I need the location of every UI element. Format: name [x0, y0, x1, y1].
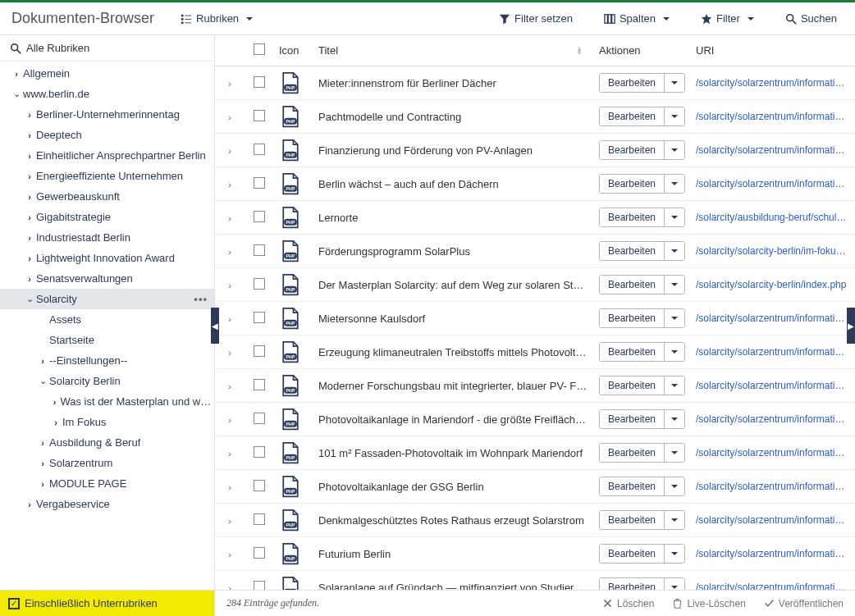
- row-uri-link[interactable]: /solarcity/solarzentrum/information/anw: [696, 111, 850, 122]
- filter-set-button[interactable]: Filter setzen: [492, 9, 579, 28]
- spalten-button[interactable]: Spalten: [597, 9, 676, 28]
- row-expander[interactable]: ›: [228, 348, 231, 358]
- row-expander[interactable]: ›: [228, 180, 231, 189]
- tree-item[interactable]: ›Lightweight Innovation Award: [0, 248, 214, 268]
- chevron-right-icon[interactable]: ›: [23, 130, 36, 140]
- row-expander[interactable]: ›: [228, 146, 231, 156]
- row-uri-link[interactable]: /solarcity/solarcity-berlin/im-fokus/foe…: [696, 245, 850, 257]
- splitter-right[interactable]: ▶: [847, 308, 855, 344]
- delete-button[interactable]: Löschen: [602, 598, 654, 609]
- chevron-right-icon[interactable]: ›: [23, 253, 36, 263]
- tree-item[interactable]: ›Deeptech: [0, 125, 214, 145]
- edit-button[interactable]: Bearbeiten: [600, 74, 665, 92]
- row-expander[interactable]: ›: [228, 79, 231, 89]
- row-uri-link[interactable]: /solarcity/solarzentrum/information/leu: [696, 346, 850, 358]
- chevron-right-icon[interactable]: ›: [49, 397, 60, 407]
- search-button[interactable]: Suchen: [779, 9, 844, 28]
- row-checkbox[interactable]: [254, 76, 265, 88]
- chevron-right-icon[interactable]: ›: [23, 192, 36, 202]
- tree-item[interactable]: ›Gewerbeauskunft: [0, 186, 214, 207]
- chevron-right-icon[interactable]: ›: [23, 110, 36, 120]
- tree-item[interactable]: ›Ausbildung & Beruf: [0, 432, 214, 453]
- row-expander[interactable]: ›: [228, 281, 231, 290]
- row-checkbox[interactable]: [254, 581, 265, 591]
- row-checkbox[interactable]: [254, 312, 265, 323]
- edit-button[interactable]: Bearbeiten: [600, 545, 665, 563]
- row-expander[interactable]: ›: [228, 213, 231, 223]
- row-uri-link[interactable]: /solarcity/solarzentrum/information/leu: [696, 313, 850, 324]
- row-checkbox[interactable]: [254, 413, 265, 424]
- row-uri-link[interactable]: /solarcity/solarzentrum/information/leu: [696, 413, 850, 425]
- row-expander[interactable]: ›: [228, 415, 231, 425]
- row-expander[interactable]: ›: [228, 112, 231, 122]
- row-expander[interactable]: ›: [228, 449, 231, 459]
- edit-dropdown-button[interactable]: [665, 107, 684, 125]
- header-checkbox[interactable]: [245, 35, 274, 66]
- chevron-right-icon[interactable]: ›: [23, 151, 36, 161]
- tree-item[interactable]: ›Einheitlicher Ansprechpartner Berlin: [0, 145, 214, 166]
- edit-dropdown-button[interactable]: [665, 376, 684, 395]
- edit-dropdown-button[interactable]: [665, 208, 684, 226]
- row-checkbox[interactable]: [254, 547, 265, 559]
- edit-button[interactable]: Bearbeiten: [600, 444, 665, 462]
- tree-item[interactable]: ›Was ist der Masterplan und wo stehe...: [0, 391, 214, 412]
- edit-dropdown-button[interactable]: [665, 410, 684, 428]
- edit-button[interactable]: Bearbeiten: [600, 276, 665, 294]
- chevron-right-icon[interactable]: ›: [10, 69, 23, 79]
- tree-item[interactable]: ›Allgemein: [0, 63, 214, 84]
- header-titel[interactable]: Titel▲▼: [313, 35, 594, 66]
- rubriken-button[interactable]: Rubriken: [174, 9, 259, 28]
- header-uri[interactable]: URI: [691, 35, 855, 66]
- chevron-right-icon[interactable]: ›: [36, 459, 49, 468]
- edit-dropdown-button[interactable]: [665, 511, 684, 529]
- tree-item[interactable]: ›Industriestadt Berlin: [0, 227, 214, 248]
- edit-button[interactable]: Bearbeiten: [600, 376, 665, 395]
- row-expander[interactable]: ›: [228, 583, 231, 591]
- tree-item[interactable]: ⌄www.berlin.de: [0, 84, 214, 104]
- row-expander[interactable]: ›: [228, 381, 231, 391]
- tree-item[interactable]: ›MODULE PAGE: [0, 473, 214, 494]
- edit-dropdown-button[interactable]: [665, 141, 684, 159]
- tree-item[interactable]: ›Energieeffiziente Unternehmen: [0, 166, 214, 186]
- edit-dropdown-button[interactable]: [665, 242, 684, 260]
- row-uri-link[interactable]: /solarcity/solarzentrum/information/leu: [696, 380, 850, 391]
- edit-button[interactable]: Bearbeiten: [600, 175, 665, 193]
- tree-item[interactable]: ›Gigabitstrategie: [0, 207, 214, 227]
- row-uri-link[interactable]: /solarcity/solarcity-berlin/index.php: [696, 279, 850, 290]
- row-expander[interactable]: ›: [228, 247, 231, 257]
- edit-dropdown-button[interactable]: [665, 309, 684, 327]
- row-expander[interactable]: ›: [228, 314, 231, 324]
- edit-dropdown-button[interactable]: [665, 578, 684, 590]
- splitter-left[interactable]: ◀: [211, 308, 219, 344]
- edit-button[interactable]: Bearbeiten: [600, 242, 665, 260]
- row-expander[interactable]: ›: [228, 516, 231, 526]
- sidebar-search[interactable]: Alle Rubriken: [0, 35, 214, 62]
- row-uri-link[interactable]: /solarcity/solarzentrum/information/leu: [696, 548, 850, 559]
- row-checkbox[interactable]: [254, 177, 265, 189]
- more-icon[interactable]: •••: [187, 293, 214, 305]
- row-uri-link[interactable]: /solarcity/solarzentrum/information/leu: [696, 481, 850, 492]
- edit-dropdown-button[interactable]: [665, 444, 684, 462]
- tree-item[interactable]: ›Im Fokus: [0, 412, 214, 432]
- header-aktionen[interactable]: Aktionen: [594, 35, 691, 66]
- chevron-right-icon[interactable]: ›: [23, 274, 36, 284]
- row-uri-link[interactable]: /solarcity/solarzentrum/information/anw: [696, 144, 850, 156]
- row-checkbox[interactable]: [254, 446, 265, 458]
- chevron-right-icon[interactable]: ›: [23, 233, 36, 243]
- publish-button[interactable]: Veröffentlichen: [764, 598, 844, 609]
- row-expander[interactable]: ›: [228, 482, 231, 492]
- edit-button[interactable]: Bearbeiten: [600, 511, 665, 529]
- row-checkbox[interactable]: [254, 144, 265, 155]
- chevron-down-icon[interactable]: ⌄: [10, 89, 23, 99]
- row-checkbox[interactable]: [254, 278, 265, 290]
- edit-dropdown-button[interactable]: [665, 276, 684, 294]
- row-uri-link[interactable]: /solarcity/ausbildung-beruf/schule/fuer-: [696, 212, 850, 223]
- chevron-right-icon[interactable]: ›: [49, 418, 62, 427]
- chevron-right-icon[interactable]: ›: [23, 171, 36, 181]
- row-checkbox[interactable]: [254, 244, 265, 256]
- edit-button[interactable]: Bearbeiten: [600, 208, 665, 226]
- tree-item[interactable]: ⌄Solarcity•••: [0, 289, 214, 309]
- row-uri-link[interactable]: /solarcity/solarzentrum/information/leu: [696, 447, 850, 459]
- tree-item[interactable]: ›Berliner-Unternehmerinnentag: [0, 104, 214, 125]
- edit-button[interactable]: Bearbeiten: [600, 578, 665, 590]
